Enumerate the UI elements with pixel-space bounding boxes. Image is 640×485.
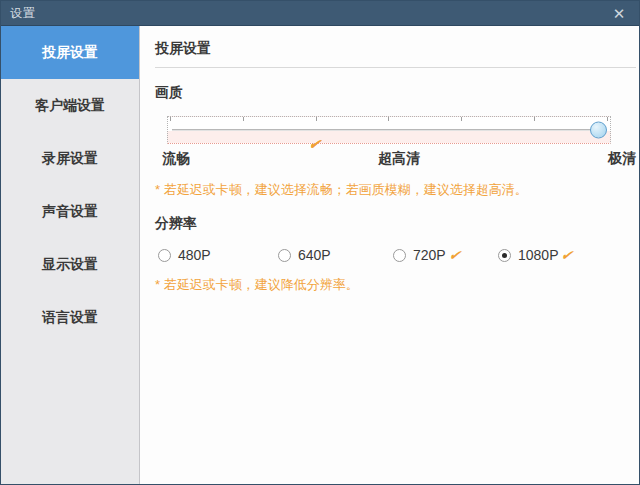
slider-tick bbox=[607, 117, 608, 121]
slider-track bbox=[172, 129, 606, 131]
sidebar-item-recording[interactable]: 录屏设置 bbox=[1, 132, 139, 185]
window-title: 设置 bbox=[10, 5, 36, 22]
radio-circle-640p[interactable] bbox=[278, 249, 291, 262]
radio-option-480p[interactable]: 480P bbox=[158, 247, 278, 263]
resolution-section-label: 分辨率 bbox=[155, 215, 636, 233]
recommended-check-icon: ✔ bbox=[560, 247, 574, 263]
radio-option-1080p[interactable]: 1080P✔ bbox=[498, 247, 573, 263]
slider-handle[interactable] bbox=[590, 122, 607, 139]
slider-tick bbox=[461, 117, 462, 121]
slider-tick bbox=[243, 117, 244, 121]
recommended-check-icon: ✔ bbox=[448, 247, 462, 263]
radio-circle-480p[interactable] bbox=[158, 249, 171, 262]
slider-label-max: 极清 bbox=[608, 150, 636, 168]
slider-label-mid: 超高清 bbox=[378, 150, 420, 168]
page-title: 投屏设置 bbox=[155, 37, 636, 67]
sidebar-item-screencast[interactable]: 投屏设置 bbox=[1, 26, 139, 79]
radio-label: 720P bbox=[413, 247, 446, 263]
sidebar: 投屏设置客户端设置录屏设置声音设置显示设置语言设置 bbox=[1, 26, 140, 484]
sidebar-item-language[interactable]: 语言设置 bbox=[1, 291, 139, 344]
sidebar-item-display[interactable]: 显示设置 bbox=[1, 238, 139, 291]
sidebar-item-client[interactable]: 客户端设置 bbox=[1, 79, 139, 132]
slider-label-min: 流畅 bbox=[162, 150, 190, 168]
header-divider bbox=[155, 67, 636, 68]
titlebar[interactable]: 设置 ✕ bbox=[1, 1, 639, 26]
slider-tick bbox=[534, 117, 535, 121]
quality-slider[interactable]: ✔ bbox=[167, 116, 611, 144]
radio-label: 1080P bbox=[518, 247, 558, 263]
slider-tick bbox=[170, 117, 171, 121]
radio-option-720p[interactable]: 720P✔ bbox=[393, 247, 498, 263]
quality-section-label: 画质 bbox=[155, 84, 636, 102]
resolution-options: 480P640P720P✔1080P✔ bbox=[158, 247, 636, 263]
radio-label: 640P bbox=[298, 247, 331, 263]
settings-window: 设置 ✕ 投屏设置客户端设置录屏设置声音设置显示设置语言设置 投屏设置 画质 ✔… bbox=[0, 0, 640, 485]
radio-circle-720p[interactable] bbox=[393, 249, 406, 262]
slider-ticks bbox=[170, 117, 608, 121]
window-body: 投屏设置客户端设置录屏设置声音设置显示设置语言设置 投屏设置 画质 ✔ 流畅 超… bbox=[1, 26, 639, 484]
quality-note: * 若延迟或卡顿，建议选择流畅；若画质模糊，建议选择超高清。 bbox=[155, 181, 636, 199]
main-panel: 投屏设置 画质 ✔ 流畅 超高清 极清 * 若延迟或卡顿，建议选择流畅；若画质模… bbox=[140, 26, 640, 484]
resolution-note: * 若延迟或卡顿，建议降低分辨率。 bbox=[155, 276, 636, 294]
radio-label: 480P bbox=[178, 247, 211, 263]
sidebar-item-sound[interactable]: 声音设置 bbox=[1, 185, 139, 238]
radio-circle-1080p[interactable] bbox=[498, 249, 511, 262]
slider-tick bbox=[388, 117, 389, 121]
recommended-check-icon: ✔ bbox=[308, 136, 322, 152]
close-icon[interactable]: ✕ bbox=[608, 6, 630, 21]
slider-tick bbox=[316, 117, 317, 121]
radio-option-640p[interactable]: 640P bbox=[278, 247, 393, 263]
slider-labels: 流畅 超高清 极清 bbox=[162, 150, 636, 168]
